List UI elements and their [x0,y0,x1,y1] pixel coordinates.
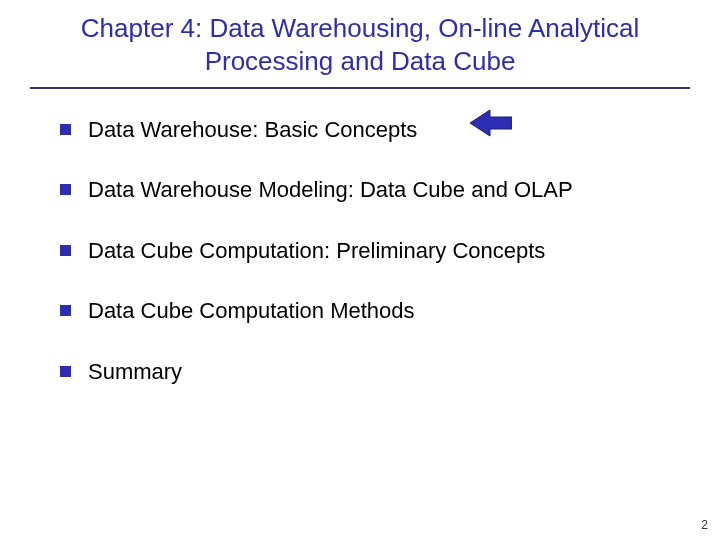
slide-title: Chapter 4: Data Warehousing, On-line Ana… [24,12,696,81]
square-bullet-icon [60,124,71,135]
pointer-arrow-icon [470,108,512,138]
outline-list: Data Warehouse: Basic Concepts Data Ware… [24,117,696,385]
list-item: Summary [60,359,696,385]
square-bullet-icon [60,184,71,195]
list-item-label: Data Cube Computation: Preliminary Conce… [88,238,545,263]
list-item-label: Data Warehouse: Basic Concepts [88,117,417,142]
title-underline [30,87,690,89]
list-item: Data Cube Computation: Preliminary Conce… [60,238,696,264]
slide: Chapter 4: Data Warehousing, On-line Ana… [0,0,720,540]
list-item-label: Data Warehouse Modeling: Data Cube and O… [88,177,573,202]
square-bullet-icon [60,305,71,316]
list-item: Data Cube Computation Methods [60,298,696,324]
list-item: Data Warehouse: Basic Concepts [60,117,696,143]
square-bullet-icon [60,245,71,256]
page-number: 2 [701,518,708,532]
square-bullet-icon [60,366,71,377]
list-item: Data Warehouse Modeling: Data Cube and O… [60,177,696,203]
list-item-label: Data Cube Computation Methods [88,298,415,323]
list-item-label: Summary [88,359,182,384]
arrow-left-icon [470,110,512,136]
